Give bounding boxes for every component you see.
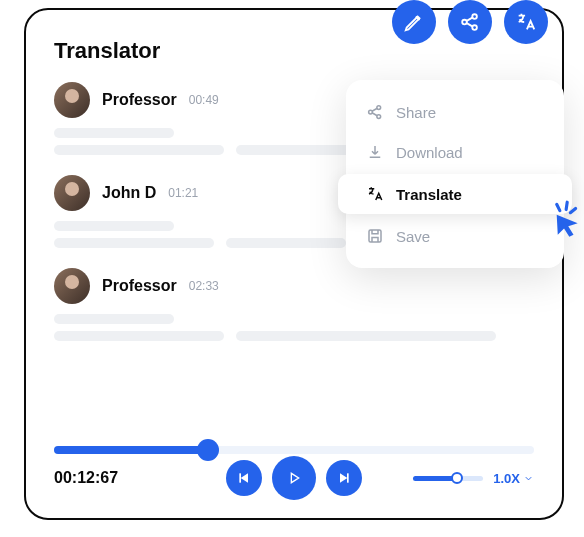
menu-item-label: Download (396, 144, 463, 161)
progress-fill (54, 446, 208, 454)
menu-item-label: Save (396, 228, 430, 245)
share-icon (459, 11, 481, 33)
text-skeleton (54, 331, 224, 341)
cursor-click-indicator (542, 198, 584, 244)
menu-item-share[interactable]: Share (346, 92, 564, 132)
download-icon (366, 143, 384, 161)
speed-slider[interactable] (413, 476, 483, 481)
text-skeleton (54, 221, 174, 231)
chevron-down-icon (523, 473, 534, 484)
transcript-lines (54, 314, 534, 341)
skip-forward-icon (336, 470, 352, 486)
text-skeleton (236, 331, 496, 341)
entry-timestamp: 01:21 (168, 186, 198, 200)
menu-item-save[interactable]: Save (346, 216, 564, 256)
speaker-name: John D (102, 184, 156, 202)
progress-track[interactable] (54, 446, 534, 454)
edit-button[interactable] (392, 0, 436, 44)
transcript-entry: Professor 02:33 (54, 268, 534, 341)
text-skeleton (54, 145, 224, 155)
entry-header: Professor 02:33 (54, 268, 534, 304)
translate-button[interactable] (504, 0, 548, 44)
entry-timestamp: 02:33 (189, 279, 219, 293)
text-skeleton (54, 128, 174, 138)
speaker-name: Professor (102, 277, 177, 295)
avatar (54, 82, 90, 118)
speed-thumb[interactable] (451, 472, 463, 484)
speaker-name: Professor (102, 91, 177, 109)
menu-item-translate[interactable]: Translate (338, 174, 572, 214)
pencil-icon (403, 11, 425, 33)
menu-item-label: Share (396, 104, 436, 121)
menu-item-download[interactable]: Download (346, 132, 564, 172)
header-action-bar (392, 0, 548, 44)
skip-back-icon (236, 470, 252, 486)
avatar (54, 175, 90, 211)
speed-selector[interactable]: 1.0X (493, 471, 534, 486)
next-button[interactable] (326, 460, 362, 496)
speed-control: 1.0X (413, 471, 534, 486)
share-icon (366, 103, 384, 121)
playback-progress[interactable] (54, 446, 534, 454)
play-icon (286, 470, 302, 486)
save-icon (366, 227, 384, 245)
svg-rect-7 (239, 473, 241, 482)
share-button[interactable] (448, 0, 492, 44)
prev-button[interactable] (226, 460, 262, 496)
svg-line-11 (570, 209, 575, 213)
translate-icon (366, 185, 384, 203)
play-button[interactable] (272, 456, 316, 500)
text-skeleton (54, 238, 214, 248)
entry-timestamp: 00:49 (189, 93, 219, 107)
text-skeleton (226, 238, 346, 248)
translator-card: Translator Professor 00:49 John D 01:21 (24, 8, 564, 520)
translate-icon (515, 11, 537, 33)
playback-controls: 00:12:67 1.0X (54, 456, 534, 500)
svg-line-9 (557, 204, 560, 210)
menu-item-label: Translate (396, 186, 462, 203)
transport-controls (226, 456, 362, 500)
svg-rect-6 (369, 230, 381, 242)
speed-value: 1.0X (493, 471, 520, 486)
svg-line-10 (566, 202, 567, 209)
context-menu: Share Download Translate Save (346, 80, 564, 268)
svg-rect-8 (347, 473, 349, 482)
text-skeleton (54, 314, 174, 324)
current-time: 00:12:67 (54, 469, 174, 487)
avatar (54, 268, 90, 304)
